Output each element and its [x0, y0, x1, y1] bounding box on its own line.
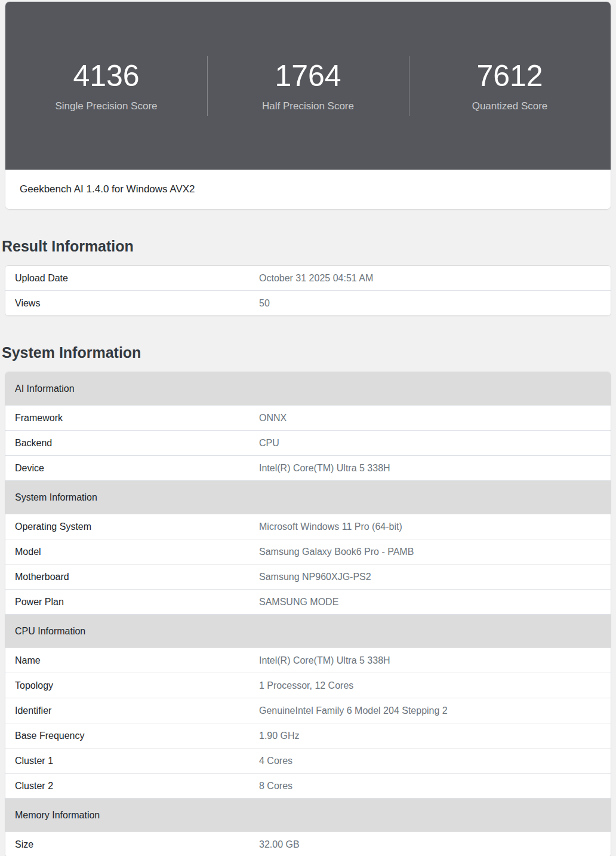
row-value: 1.90 GHz [250, 723, 611, 748]
row-value: Samsung Galaxy Book6 Pro - PAMB [250, 539, 611, 564]
table-row: Cluster 28 Cores [5, 773, 611, 798]
row-value: Intel(R) Core(TM) Ultra 5 338H [250, 456, 611, 480]
table-row: NameIntel(R) Core(TM) Ultra 5 338H [5, 648, 611, 673]
row-label: Name [5, 648, 250, 673]
system-information-table: AI InformationFrameworkONNXBackendCPUDev… [5, 372, 611, 856]
table-row: BackendCPU [5, 430, 611, 455]
score-label: Quantized Score [409, 100, 611, 112]
row-value: CPU [250, 431, 611, 455]
table-section-header: System Information [5, 480, 611, 514]
table-row: Operating SystemMicrosoft Windows 11 Pro… [5, 514, 611, 539]
row-label: Framework [5, 406, 250, 430]
table-row: Upload DateOctober 31 2025 04:51 AM [5, 266, 611, 290]
row-label: Cluster 1 [5, 748, 250, 773]
row-label: Upload Date [5, 266, 250, 290]
row-value: Intel(R) Core(TM) Ultra 5 338H [250, 648, 611, 673]
row-label: Views [5, 291, 250, 315]
score-item: 7612Quantized Score [409, 60, 611, 112]
benchmark-version-bar: Geekbench AI 1.4.0 for Windows AVX2 [5, 170, 611, 209]
row-value: October 31 2025 04:51 AM [250, 266, 611, 290]
row-value: GenuineIntel Family 6 Model 204 Stepping… [250, 698, 611, 723]
benchmark-version-label: Geekbench AI 1.4.0 for Windows AVX2 [20, 183, 195, 195]
table-row: Topology1 Processor, 12 Cores [5, 673, 611, 698]
result-information-table: Upload DateOctober 31 2025 04:51 AMViews… [5, 265, 611, 316]
table-row: Size32.00 GB [5, 832, 611, 856]
table-row: ModelSamsung Galaxy Book6 Pro - PAMB [5, 539, 611, 564]
row-value: SAMSUNG MODE [250, 590, 611, 614]
table-row: Power PlanSAMSUNG MODE [5, 589, 611, 614]
row-label: Base Frequency [5, 723, 250, 748]
row-value: 8 Cores [250, 774, 611, 798]
table-row: MotherboardSamsung NP960XJG-PS2 [5, 564, 611, 589]
score-summary: 4136Single Precision Score1764Half Preci… [5, 2, 611, 170]
table-row: Base Frequency1.90 GHz [5, 723, 611, 748]
table-row: Views50 [5, 290, 611, 315]
row-label: Topology [5, 673, 250, 698]
system-information-heading: System Information [2, 343, 614, 361]
table-row: IdentifierGenuineIntel Family 6 Model 20… [5, 698, 611, 723]
table-section-header: CPU Information [5, 614, 611, 648]
table-section-header: AI Information [5, 372, 611, 405]
table-row: FrameworkONNX [5, 405, 611, 430]
row-value: Samsung NP960XJG-PS2 [250, 564, 611, 589]
score-item: 4136Single Precision Score [5, 60, 207, 112]
row-label: Model [5, 539, 250, 564]
score-value: 1764 [207, 60, 409, 92]
score-summary-card: 4136Single Precision Score1764Half Preci… [5, 1, 611, 210]
row-label: Cluster 2 [5, 774, 250, 798]
score-value: 7612 [409, 60, 611, 92]
table-row: Cluster 14 Cores [5, 748, 611, 773]
row-value: 32.00 GB [250, 832, 611, 856]
row-value: Microsoft Windows 11 Pro (64-bit) [250, 514, 611, 539]
row-label: Size [5, 832, 250, 856]
row-value: 50 [250, 291, 611, 315]
row-value: 1 Processor, 12 Cores [250, 673, 611, 698]
table-row: DeviceIntel(R) Core(TM) Ultra 5 338H [5, 455, 611, 480]
row-label: Motherboard [5, 564, 250, 589]
geekbench-result-page: 4136Single Precision Score1764Half Preci… [0, 0, 616, 856]
score-item: 1764Half Precision Score [207, 60, 409, 112]
row-label: Device [5, 456, 250, 480]
row-label: Identifier [5, 698, 250, 723]
table-section-header: Memory Information [5, 798, 611, 832]
score-label: Single Precision Score [5, 100, 207, 112]
score-label: Half Precision Score [207, 100, 409, 112]
score-value: 4136 [5, 60, 207, 92]
row-value: 4 Cores [250, 748, 611, 773]
row-label: Operating System [5, 514, 250, 539]
row-label: Power Plan [5, 590, 250, 614]
result-information-heading: Result Information [2, 237, 614, 255]
row-value: ONNX [250, 406, 611, 430]
row-label: Backend [5, 431, 250, 455]
